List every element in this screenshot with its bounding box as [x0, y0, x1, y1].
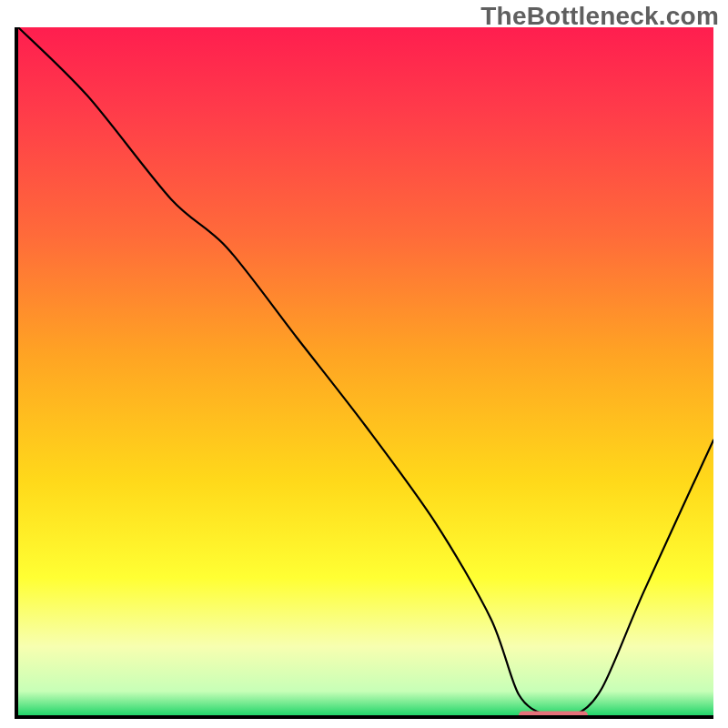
curve-layer [18, 27, 713, 715]
watermark-text: TheBottleneck.com [480, 2, 719, 31]
optimal-range-marker [519, 712, 588, 720]
bottleneck-chart: TheBottleneck.com [0, 0, 728, 728]
bottleneck-curve-line [18, 27, 713, 715]
plot-area [15, 27, 713, 719]
